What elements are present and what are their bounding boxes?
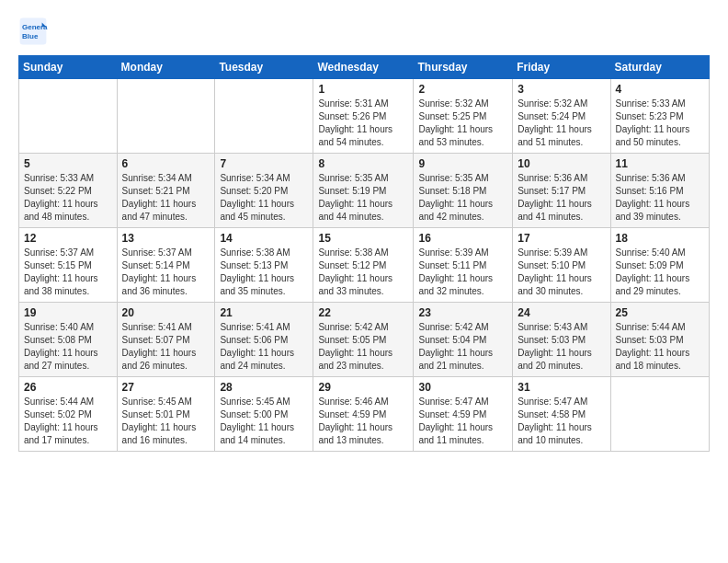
day-info: Sunrise: 5:36 AM Sunset: 5:16 PM Dayligh…	[616, 172, 704, 224]
calendar-cell: 31Sunrise: 5:47 AM Sunset: 4:58 PM Dayli…	[513, 377, 610, 452]
day-info: Sunrise: 5:39 AM Sunset: 5:11 PM Dayligh…	[418, 247, 507, 298]
day-number: 2	[418, 83, 507, 96]
calendar-cell: 3Sunrise: 5:32 AM Sunset: 5:24 PM Daylig…	[513, 79, 610, 154]
calendar-cell: 28Sunrise: 5:45 AM Sunset: 5:00 PM Dayli…	[215, 377, 313, 452]
day-number: 31	[518, 381, 605, 394]
page-container: General Blue SundayMondayTuesdayWednesda…	[0, 0, 728, 461]
day-number: 16	[418, 232, 507, 245]
day-number: 6	[122, 157, 210, 170]
day-info: Sunrise: 5:41 AM Sunset: 5:07 PM Dayligh…	[122, 321, 210, 373]
day-number: 14	[220, 232, 308, 245]
day-number: 21	[220, 306, 308, 319]
day-number: 19	[24, 306, 112, 319]
logo: General Blue	[18, 17, 53, 46]
calendar-week-3: 12Sunrise: 5:37 AM Sunset: 5:15 PM Dayli…	[19, 228, 710, 303]
day-info: Sunrise: 5:40 AM Sunset: 5:08 PM Dayligh…	[24, 321, 112, 373]
calendar-cell: 7Sunrise: 5:34 AM Sunset: 5:20 PM Daylig…	[215, 154, 313, 228]
calendar-cell: 11Sunrise: 5:36 AM Sunset: 5:16 PM Dayli…	[610, 154, 709, 228]
calendar-cell: 8Sunrise: 5:35 AM Sunset: 5:19 PM Daylig…	[313, 154, 414, 228]
day-number: 12	[24, 232, 112, 245]
weekday-header-sunday: Sunday	[19, 56, 118, 79]
day-number: 17	[518, 232, 605, 245]
day-info: Sunrise: 5:32 AM Sunset: 5:25 PM Dayligh…	[418, 98, 507, 149]
calendar-cell: 16Sunrise: 5:39 AM Sunset: 5:11 PM Dayli…	[414, 228, 513, 303]
calendar-cell: 30Sunrise: 5:47 AM Sunset: 4:59 PM Dayli…	[414, 377, 513, 452]
calendar-cell: 25Sunrise: 5:44 AM Sunset: 5:03 PM Dayli…	[610, 303, 709, 377]
day-number: 18	[616, 232, 704, 245]
day-number: 27	[122, 381, 210, 394]
day-number: 9	[418, 157, 507, 170]
day-info: Sunrise: 5:33 AM Sunset: 5:22 PM Dayligh…	[24, 172, 112, 224]
day-info: Sunrise: 5:37 AM Sunset: 5:15 PM Dayligh…	[24, 247, 112, 298]
calendar-cell: 20Sunrise: 5:41 AM Sunset: 5:07 PM Dayli…	[117, 303, 215, 377]
day-number: 30	[418, 381, 507, 394]
day-number: 23	[418, 306, 507, 319]
calendar-cell: 2Sunrise: 5:32 AM Sunset: 5:25 PM Daylig…	[414, 79, 513, 154]
calendar-cell: 1Sunrise: 5:31 AM Sunset: 5:26 PM Daylig…	[313, 79, 414, 154]
calendar-cell: 6Sunrise: 5:34 AM Sunset: 5:21 PM Daylig…	[117, 154, 215, 228]
day-info: Sunrise: 5:45 AM Sunset: 5:00 PM Dayligh…	[220, 396, 308, 447]
day-info: Sunrise: 5:32 AM Sunset: 5:24 PM Dayligh…	[518, 98, 605, 149]
calendar-cell	[117, 79, 215, 154]
day-info: Sunrise: 5:39 AM Sunset: 5:10 PM Dayligh…	[518, 247, 605, 298]
day-number: 20	[122, 306, 210, 319]
calendar-week-4: 19Sunrise: 5:40 AM Sunset: 5:08 PM Dayli…	[19, 303, 710, 377]
weekday-header-saturday: Saturday	[610, 56, 709, 79]
weekday-row: SundayMondayTuesdayWednesdayThursdayFrid…	[19, 56, 710, 79]
day-number: 3	[518, 83, 605, 96]
calendar-cell: 9Sunrise: 5:35 AM Sunset: 5:18 PM Daylig…	[414, 154, 513, 228]
calendar-cell: 24Sunrise: 5:43 AM Sunset: 5:03 PM Dayli…	[513, 303, 610, 377]
day-info: Sunrise: 5:42 AM Sunset: 5:04 PM Dayligh…	[418, 321, 507, 373]
day-info: Sunrise: 5:47 AM Sunset: 4:59 PM Dayligh…	[418, 396, 507, 447]
calendar-cell	[19, 79, 118, 154]
day-info: Sunrise: 5:43 AM Sunset: 5:03 PM Dayligh…	[518, 321, 605, 373]
calendar-cell: 5Sunrise: 5:33 AM Sunset: 5:22 PM Daylig…	[19, 154, 118, 228]
calendar-cell: 15Sunrise: 5:38 AM Sunset: 5:12 PM Dayli…	[313, 228, 414, 303]
day-number: 5	[24, 157, 112, 170]
day-number: 24	[518, 306, 605, 319]
day-number: 4	[616, 83, 704, 96]
day-info: Sunrise: 5:46 AM Sunset: 4:59 PM Dayligh…	[318, 396, 408, 447]
day-number: 26	[24, 381, 112, 394]
weekday-header-friday: Friday	[513, 56, 610, 79]
day-number: 1	[318, 83, 408, 96]
day-info: Sunrise: 5:36 AM Sunset: 5:17 PM Dayligh…	[518, 172, 605, 224]
calendar-cell: 22Sunrise: 5:42 AM Sunset: 5:05 PM Dayli…	[313, 303, 414, 377]
day-number: 11	[616, 157, 704, 170]
day-number: 8	[318, 157, 408, 170]
calendar-cell: 13Sunrise: 5:37 AM Sunset: 5:14 PM Dayli…	[117, 228, 215, 303]
day-number: 15	[318, 232, 408, 245]
day-info: Sunrise: 5:42 AM Sunset: 5:05 PM Dayligh…	[318, 321, 408, 373]
weekday-header-thursday: Thursday	[414, 56, 513, 79]
day-number: 10	[518, 157, 605, 170]
calendar-cell: 21Sunrise: 5:41 AM Sunset: 5:06 PM Dayli…	[215, 303, 313, 377]
day-number: 7	[220, 157, 308, 170]
calendar-cell: 27Sunrise: 5:45 AM Sunset: 5:01 PM Dayli…	[117, 377, 215, 452]
day-info: Sunrise: 5:31 AM Sunset: 5:26 PM Dayligh…	[318, 98, 408, 149]
day-info: Sunrise: 5:35 AM Sunset: 5:19 PM Dayligh…	[318, 172, 408, 224]
calendar-cell: 26Sunrise: 5:44 AM Sunset: 5:02 PM Dayli…	[19, 377, 118, 452]
day-info: Sunrise: 5:41 AM Sunset: 5:06 PM Dayligh…	[220, 321, 308, 373]
day-info: Sunrise: 5:44 AM Sunset: 5:03 PM Dayligh…	[616, 321, 704, 373]
day-info: Sunrise: 5:38 AM Sunset: 5:12 PM Dayligh…	[318, 247, 408, 298]
weekday-header-wednesday: Wednesday	[313, 56, 414, 79]
calendar-cell: 29Sunrise: 5:46 AM Sunset: 4:59 PM Dayli…	[313, 377, 414, 452]
weekday-header-monday: Monday	[117, 56, 215, 79]
calendar-cell: 4Sunrise: 5:33 AM Sunset: 5:23 PM Daylig…	[610, 79, 709, 154]
calendar-week-5: 26Sunrise: 5:44 AM Sunset: 5:02 PM Dayli…	[19, 377, 710, 452]
calendar-cell: 23Sunrise: 5:42 AM Sunset: 5:04 PM Dayli…	[414, 303, 513, 377]
calendar: SundayMondayTuesdayWednesdayThursdayFrid…	[18, 55, 710, 452]
calendar-cell: 10Sunrise: 5:36 AM Sunset: 5:17 PM Dayli…	[513, 154, 610, 228]
day-info: Sunrise: 5:45 AM Sunset: 5:01 PM Dayligh…	[122, 396, 210, 447]
calendar-week-2: 5Sunrise: 5:33 AM Sunset: 5:22 PM Daylig…	[19, 154, 710, 228]
day-info: Sunrise: 5:37 AM Sunset: 5:14 PM Dayligh…	[122, 247, 210, 298]
svg-text:Blue: Blue	[22, 32, 39, 40]
calendar-body: 1Sunrise: 5:31 AM Sunset: 5:26 PM Daylig…	[19, 79, 710, 452]
day-info: Sunrise: 5:33 AM Sunset: 5:23 PM Dayligh…	[616, 98, 704, 149]
day-info: Sunrise: 5:47 AM Sunset: 4:58 PM Dayligh…	[518, 396, 605, 447]
day-number: 13	[122, 232, 210, 245]
day-info: Sunrise: 5:40 AM Sunset: 5:09 PM Dayligh…	[616, 247, 704, 298]
day-number: 29	[318, 381, 408, 394]
calendar-cell	[610, 377, 709, 452]
day-info: Sunrise: 5:35 AM Sunset: 5:18 PM Dayligh…	[418, 172, 507, 224]
